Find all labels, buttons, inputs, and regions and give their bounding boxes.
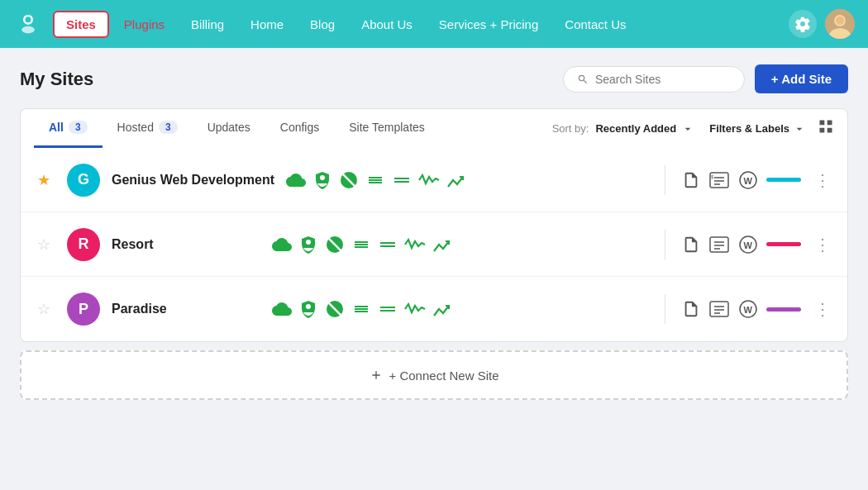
tab-updates[interactable]: Updates (193, 109, 265, 148)
filters-labels-button[interactable]: Filters & Labels (709, 122, 806, 136)
sort-control[interactable]: Sort by: Recently Added (552, 114, 695, 144)
star-icon[interactable]: ☆ (37, 300, 55, 318)
svg-text:$: $ (711, 174, 714, 179)
site-icons (286, 170, 648, 190)
tab-site-templates[interactable]: Site Templates (334, 109, 440, 148)
performance-icon[interactable] (351, 235, 371, 255)
cloud-icon[interactable] (272, 299, 292, 319)
search-box[interactable] (563, 66, 745, 93)
site-name[interactable]: Paradise (112, 302, 260, 316)
connect-new-site-button[interactable]: + Connect New Site (20, 350, 848, 400)
color-bar (766, 307, 801, 312)
cloud-icon[interactable] (272, 235, 292, 255)
site-avatar: G (67, 164, 100, 197)
site-initial: R (79, 235, 89, 253)
color-bar (766, 178, 801, 182)
more-options-icon[interactable]: ⋮ (814, 299, 831, 319)
tab-all[interactable]: All 3 (34, 109, 103, 148)
security-icon[interactable] (325, 299, 345, 319)
add-site-button[interactable]: + Add Site (755, 64, 848, 93)
nav-services-pricing[interactable]: Services + Pricing (427, 12, 550, 36)
analytics-icon[interactable] (432, 299, 452, 319)
more-options-icon[interactable]: ⋮ (814, 170, 831, 190)
performance-icon[interactable] (365, 170, 385, 190)
svg-rect-18 (710, 237, 728, 252)
sort-value: Recently Added (595, 122, 676, 135)
uptime-icon[interactable] (298, 299, 318, 319)
table-row: ☆ P Paradise W ⋮ (21, 277, 847, 341)
site-avatar: P (67, 293, 100, 326)
wordpress-icon[interactable]: W (738, 170, 758, 190)
tab-configs[interactable]: Configs (265, 109, 334, 148)
more-options-icon[interactable]: ⋮ (814, 235, 831, 255)
site-name[interactable]: Genius Web Development (112, 173, 274, 188)
star-icon[interactable]: ★ (37, 171, 55, 189)
svg-text:W: W (744, 305, 753, 315)
divider (665, 294, 665, 324)
nav-billing[interactable]: Billing (179, 12, 236, 36)
activity-icon[interactable] (404, 235, 426, 255)
page-icon[interactable] (682, 300, 700, 318)
sites-list: ★ G Genius Web Development (20, 148, 848, 342)
user-avatar[interactable] (825, 9, 855, 39)
main-content: My Sites + Add Site All 3 Hosted 3 Updat… (0, 48, 868, 416)
chevron-down-icon (681, 122, 694, 136)
header-row: My Sites + Add Site (20, 64, 848, 93)
cloud-icon[interactable] (286, 170, 306, 190)
plugins-icon[interactable] (378, 235, 398, 255)
svg-rect-26 (710, 302, 728, 316)
table-row: ★ G Genius Web Development (21, 148, 847, 212)
nav-home[interactable]: Home (239, 12, 295, 36)
svg-text:W: W (744, 240, 753, 250)
svg-point-1 (21, 26, 35, 34)
search-input[interactable] (595, 73, 731, 86)
table-row: ☆ R Resort W ⋮ (21, 212, 847, 277)
sort-label: Sort by: (552, 122, 589, 135)
site-actions: W ⋮ (682, 299, 831, 319)
page-title: My Sites (20, 69, 563, 90)
billing-icon[interactable] (708, 235, 730, 254)
billing-icon[interactable] (708, 300, 730, 318)
security-icon[interactable] (325, 235, 345, 255)
site-initial: G (78, 171, 89, 188)
divider (665, 230, 665, 259)
uptime-icon[interactable] (312, 170, 332, 190)
navbar: Sites Plugins Billing Home Blog About Us… (0, 0, 868, 48)
site-actions: $ W ⋮ (682, 170, 831, 190)
nav-plugins[interactable]: Plugins (112, 12, 176, 36)
add-site-label: + Add Site (771, 72, 832, 86)
analytics-icon[interactable] (432, 235, 452, 255)
nav-sites[interactable]: Sites (53, 11, 109, 38)
nav-blog[interactable]: Blog (298, 12, 346, 36)
site-name[interactable]: Resort (112, 237, 260, 252)
settings-icon[interactable] (789, 10, 817, 38)
activity-icon[interactable] (418, 170, 440, 190)
site-actions: W ⋮ (682, 235, 831, 255)
filter-row: All 3 Hosted 3 Updates Configs Site Temp… (20, 108, 848, 148)
tab-hosted[interactable]: Hosted 3 (103, 109, 193, 148)
nav-about-us[interactable]: About Us (350, 12, 424, 36)
chevron-down-icon (793, 122, 806, 136)
performance-icon[interactable] (351, 299, 371, 319)
grid-view-button[interactable] (818, 118, 834, 139)
billing-icon[interactable]: $ (708, 171, 730, 189)
wordpress-icon[interactable]: W (738, 299, 758, 319)
activity-icon[interactable] (404, 299, 426, 319)
divider (665, 165, 665, 195)
site-icons (272, 235, 648, 255)
page-icon[interactable] (682, 171, 700, 189)
security-icon[interactable] (339, 170, 359, 190)
connect-label: + Connect New Site (389, 369, 499, 383)
analytics-icon[interactable] (446, 170, 466, 190)
svg-point-6 (836, 17, 844, 25)
uptime-icon[interactable] (298, 235, 318, 255)
logo[interactable] (13, 9, 43, 39)
star-icon[interactable]: ☆ (37, 235, 55, 254)
plugins-icon[interactable] (392, 170, 412, 190)
plus-icon (370, 369, 383, 382)
site-icons (272, 299, 648, 319)
page-icon[interactable] (682, 235, 700, 254)
wordpress-icon[interactable]: W (738, 235, 758, 255)
plugins-icon[interactable] (378, 299, 398, 319)
nav-contact-us[interactable]: Contact Us (553, 12, 637, 36)
